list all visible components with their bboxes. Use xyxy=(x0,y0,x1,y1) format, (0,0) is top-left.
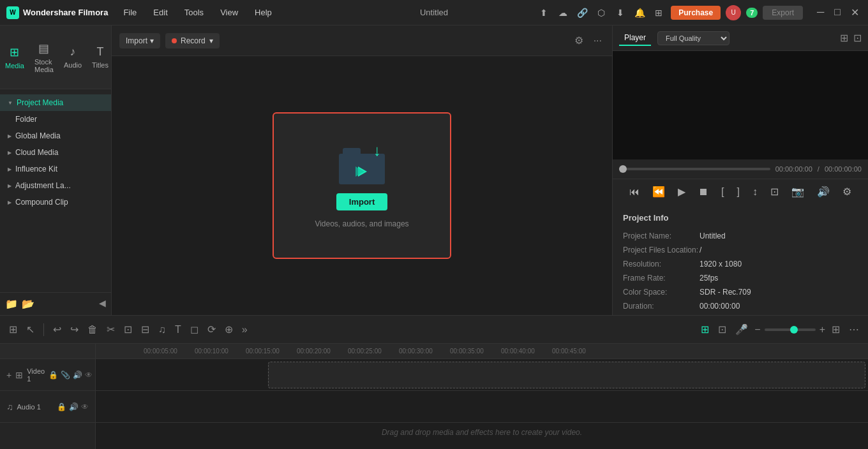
time-mark-9: 00:00:40:00 xyxy=(501,348,535,355)
menu-help[interactable]: Help xyxy=(252,6,274,18)
import-button[interactable]: Import ▾ xyxy=(119,33,160,48)
purchase-button[interactable]: Purchase xyxy=(671,6,721,20)
link-icon[interactable]: 🔗 xyxy=(575,6,589,20)
zoom-out-icon[interactable]: − xyxy=(754,324,760,335)
audio-track[interactable] xyxy=(96,391,868,423)
nav-project-media[interactable]: ▼ Project Media xyxy=(0,94,111,111)
zoom-in-icon[interactable]: + xyxy=(819,324,825,335)
stop-button[interactable]: ⏹ xyxy=(696,184,711,200)
close-button[interactable]: ✕ xyxy=(848,6,862,18)
play-button[interactable]: ▶ xyxy=(675,183,688,200)
audio-lock-icon[interactable]: 🔒 xyxy=(57,402,66,411)
add-folder-icon[interactable]: 📁 xyxy=(5,298,18,310)
menu-file[interactable]: File xyxy=(121,6,139,18)
nav-cloud-media[interactable]: ▶ Cloud Media xyxy=(0,144,111,161)
nav-project-media-label: Project Media xyxy=(17,98,103,107)
tl-right-controls: ⊞ ⊡ 🎤 − + ⊞ ⋯ xyxy=(698,321,862,338)
video-track[interactable] xyxy=(96,359,868,391)
pip-icon[interactable]: ⊡ xyxy=(768,183,781,200)
nav-global-media[interactable]: ▶ Global Media xyxy=(0,128,111,144)
collapse-panel-button[interactable]: ◀ xyxy=(99,298,106,310)
notification-icon[interactable]: 🔔 xyxy=(632,6,647,20)
filter-sort-icon[interactable]: ⚙ xyxy=(572,32,586,49)
info-label-location: Project Files Location: xyxy=(623,246,700,254)
crop-icon[interactable]: ⊡ xyxy=(121,321,135,338)
cloud-icon[interactable]: ☁ xyxy=(556,6,570,20)
group-icon[interactable]: ⊕ xyxy=(222,321,236,338)
tl-more-icon[interactable]: ⋯ xyxy=(846,321,862,338)
transform-icon[interactable]: ⟳ xyxy=(205,321,218,338)
tl-mic-icon[interactable]: 🎤 xyxy=(733,321,751,338)
menu-edit[interactable]: Edit xyxy=(151,6,170,18)
user-avatar[interactable]: U xyxy=(726,5,741,20)
settings-icon[interactable]: ⚙ xyxy=(840,183,854,200)
zoom-slider[interactable] xyxy=(765,328,816,331)
apps-icon[interactable]: ⊞ xyxy=(652,6,666,20)
split-icon[interactable]: ⊟ xyxy=(138,321,152,338)
mark-out-icon[interactable]: ] xyxy=(735,184,742,200)
tl-magnet-icon[interactable]: ⊡ xyxy=(715,321,729,338)
tab-titles[interactable]: T Titles xyxy=(87,41,114,73)
select-tool-icon[interactable]: ↖ xyxy=(24,321,37,338)
undo-icon[interactable]: ↩ xyxy=(50,321,64,338)
more-tools-icon[interactable]: » xyxy=(239,321,250,338)
mark-in-icon[interactable]: [ xyxy=(719,184,726,200)
video-volume-icon[interactable]: 🔊 xyxy=(73,371,82,379)
minimize-button[interactable]: ─ xyxy=(814,6,827,18)
menu-tools[interactable]: Tools xyxy=(182,6,206,18)
export-button[interactable]: Export xyxy=(763,6,803,20)
video-lock-icon[interactable]: 🔒 xyxy=(49,371,58,379)
nav-compound-clip[interactable]: ▶ Compound Clip xyxy=(0,194,111,210)
audio-volume-icon[interactable]: 🔊 xyxy=(69,402,79,411)
fullscreen-icon[interactable]: ⊡ xyxy=(853,32,862,44)
split-view-icon[interactable]: ⊞ xyxy=(840,32,848,44)
nav-adjustment-layer[interactable]: ▶ Adjustment La... xyxy=(0,177,111,194)
scene-detect-icon[interactable]: ⊞ xyxy=(6,321,20,338)
step-back-icon[interactable]: ⏪ xyxy=(650,183,668,200)
screenshot-icon[interactable]: 📷 xyxy=(789,183,807,200)
volume-icon[interactable]: 🔊 xyxy=(814,183,832,200)
share-icon[interactable]: ⬡ xyxy=(594,6,608,20)
video-clip-icon[interactable]: ⊞ xyxy=(15,370,23,380)
redo-icon[interactable]: ↪ xyxy=(68,321,81,338)
maximize-button[interactable]: □ xyxy=(832,6,843,18)
more-options-icon[interactable]: ··· xyxy=(591,33,604,49)
timeline-section: ⊞ ↖ ↩ ↪ 🗑 ✂ ⊡ ⊟ ♫ T ◻ ⟳ ⊕ » ⊞ ⊡ 🎤 − xyxy=(0,315,868,449)
text-icon[interactable]: T xyxy=(172,321,184,338)
quality-select[interactable]: Full Quality Half Quality Quarter Qualit… xyxy=(657,31,730,45)
tl-grid-icon[interactable]: ⊞ xyxy=(829,321,842,338)
nav-folder[interactable]: Folder xyxy=(0,111,111,128)
delete-icon[interactable]: 🗑 xyxy=(85,321,100,338)
video-add-icon[interactable]: + xyxy=(6,370,11,380)
insert-icon[interactable]: ↕ xyxy=(750,184,760,200)
video-clip-add-icon[interactable]: 📎 xyxy=(61,371,70,379)
add-project-icon[interactable]: 📂 xyxy=(22,298,34,310)
mask-icon[interactable]: ◻ xyxy=(188,321,201,338)
menu-view[interactable]: View xyxy=(218,6,241,18)
tab-audio-label: Audio xyxy=(64,61,82,69)
audio-add-icon[interactable]: ♫ xyxy=(6,402,13,412)
download-icon[interactable]: ⬇ xyxy=(613,6,627,20)
cut-icon[interactable]: ✂ xyxy=(104,321,117,338)
drop-zone[interactable]: ↓ Import Videos, audios, and images xyxy=(273,112,451,259)
tab-stock-media[interactable]: ▤ Stock Media xyxy=(29,38,59,77)
nav-compound-clip-label: Compound Clip xyxy=(15,198,103,207)
video-drop-area[interactable] xyxy=(268,362,865,388)
record-button[interactable]: Record ▾ xyxy=(165,33,220,48)
audio-edit-icon[interactable]: ♫ xyxy=(156,321,168,338)
audio-eye-icon[interactable]: 👁 xyxy=(81,402,89,411)
progress-bar[interactable] xyxy=(619,168,770,170)
tab-audio[interactable]: ♪ Audio xyxy=(59,41,87,73)
save-cloud-icon[interactable]: ⬆ xyxy=(537,6,551,20)
nav-influence-kit[interactable]: ▶ Influence Kit xyxy=(0,161,111,177)
tab-media[interactable]: ⊞ Media xyxy=(0,41,29,73)
titlebar: W Wondershare Filmora File Edit Tools Vi… xyxy=(0,0,868,26)
import-area: ↓ Import Videos, audios, and images xyxy=(112,56,612,315)
import-zone-button[interactable]: Import xyxy=(336,193,387,210)
skip-back-icon[interactable]: ⏮ xyxy=(627,184,642,200)
filmora-logo-in-folder xyxy=(354,164,370,179)
time-separator: / xyxy=(818,165,819,173)
tl-snap-icon[interactable]: ⊞ xyxy=(698,321,712,338)
player-tab[interactable]: Player xyxy=(619,31,651,46)
video-eye-icon[interactable]: 👁 xyxy=(85,371,93,379)
